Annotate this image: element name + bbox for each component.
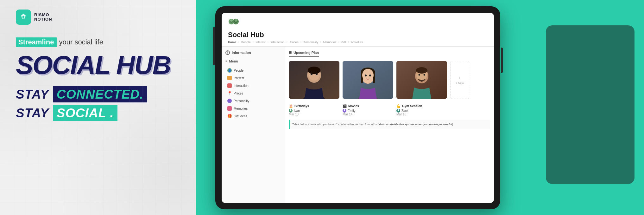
event-person-emily: Emily [343, 109, 393, 113]
menu-item-people[interactable]: 👤 People [225, 67, 281, 74]
movies-label: 🎬 Movies [343, 104, 393, 108]
info-header-text: Information [232, 51, 251, 55]
main-content-area: ⊞ Upcoming Plan [285, 47, 494, 203]
emily-avatar [343, 109, 346, 113]
gift-icon: 🎁 [227, 114, 232, 118]
zack-name: Zack [401, 109, 408, 113]
menu-items-list: 👤 People Interest Interaction [225, 67, 281, 120]
svg-point-26 [416, 67, 427, 74]
birthday-icon: 🎂 [289, 104, 293, 108]
info-note-italic: (You can delete this quotes when you no … [377, 123, 453, 126]
person-card-zack[interactable] [396, 61, 447, 99]
svg-point-12 [316, 73, 318, 75]
interaction-icon [227, 83, 232, 88]
svg-point-4 [230, 19, 233, 22]
gym-text: Gym Session [402, 104, 422, 108]
bc-interest[interactable]: Interest [256, 40, 266, 44]
birthdays-label: 🎂 Birthdays [289, 104, 339, 108]
menu-interaction-label: Interaction [234, 84, 249, 88]
notion-body: i Information ≡ Menu 👤 People [222, 47, 494, 203]
ivan-date: Mar 13 [289, 113, 339, 116]
info-panel: i Information ≡ Menu 👤 People [222, 47, 285, 203]
bc-interaction[interactable]: Interaction [270, 40, 284, 44]
emily-name: Emily [348, 109, 355, 113]
upcoming-grid-icon: ⊞ [289, 50, 292, 55]
menu-item-places[interactable]: 📍 Places [225, 90, 281, 97]
svg-point-20 [365, 75, 367, 76]
ivan-avatar [289, 109, 293, 113]
logo-text: RISMO NOTION [34, 13, 52, 22]
svg-point-11 [311, 73, 313, 75]
menu-interest-label: Interest [234, 76, 244, 80]
new-card-button[interactable]: + + New [450, 61, 469, 99]
menu-item-interest[interactable]: Interest [225, 75, 281, 81]
movies-text: Movies [348, 104, 359, 108]
deco-card [546, 25, 635, 184]
logo-name-line2: NOTION [34, 17, 52, 22]
main-title: SOCIAL HUB [16, 53, 180, 77]
menu-label: ≡ Menu [225, 58, 281, 64]
zack-avatar [396, 109, 400, 113]
svg-point-29 [290, 109, 292, 111]
menu-item-memories[interactable]: Memories [225, 105, 281, 112]
bc-personality[interactable]: Personality [303, 40, 318, 44]
social-highlight: SOCIAL . [53, 105, 118, 121]
logo-area: RISMO NOTION [16, 10, 180, 25]
info-icon: i [225, 50, 230, 55]
info-note-text: Table below shows who you haven't contac… [292, 123, 377, 126]
right-panel: Social Hub Home • People • Interest • In… [196, 0, 644, 215]
menu-item-interaction[interactable]: Interaction [225, 82, 281, 89]
stay-social-line: STAY SOCIAL . [16, 105, 180, 121]
event-person-ivan: Ivan [289, 109, 339, 113]
person-cards-row: + + New [289, 61, 490, 99]
gym-icon: 💪 [396, 104, 401, 108]
logo-name-line1: RISMO [34, 13, 52, 17]
birthdays-text: Birthdays [294, 104, 309, 108]
menu-people-label: People [234, 69, 243, 72]
bc-places[interactable]: Places [289, 40, 299, 44]
bc-home: Home [228, 40, 236, 44]
bc-activities[interactable]: Activities [351, 40, 363, 44]
menu-item-personality[interactable]: Personality [225, 97, 281, 104]
menu-places-label: Places [234, 92, 243, 95]
bc-people[interactable]: People [241, 40, 251, 44]
menu-memories-label: Memories [234, 107, 248, 110]
svg-point-10 [308, 67, 320, 74]
menu-personality-label: Personality [234, 99, 249, 103]
left-panel: RISMO NOTION Streamline your social life… [0, 0, 196, 215]
bc-gift[interactable]: Gift [341, 40, 346, 44]
notion-page-icon [228, 18, 488, 29]
event-person-zack: Zack [396, 109, 447, 113]
svg-point-21 [369, 75, 371, 76]
movies-icon: 🎬 [343, 104, 347, 108]
interest-icon [227, 76, 232, 80]
tagline-line: Streamline your social life [16, 37, 180, 47]
menu-item-gift[interactable]: 🎁 Gift Ideas [225, 113, 281, 120]
upcoming-plan-tab[interactable]: ⊞ Upcoming Plan [289, 50, 319, 57]
info-header: i Information [225, 50, 281, 55]
event-gym: 💪 Gym Session Zack Mar 16 [396, 103, 447, 117]
stay-connected-section: STAY CONNECTED. STAY SOCIAL . [16, 86, 180, 124]
notion-header: Social Hub Home • People • Interest • In… [222, 13, 494, 47]
bc-memories[interactable]: Memories [323, 40, 337, 44]
stay-connected-line: STAY CONNECTED. [16, 86, 180, 102]
svg-point-27 [419, 74, 420, 76]
gym-label: 💪 Gym Session [396, 104, 447, 108]
svg-point-30 [344, 109, 345, 111]
menu-text: Menu [229, 59, 238, 63]
ivan-name: Ivan [294, 109, 300, 113]
svg-point-5 [235, 19, 237, 22]
memories-icon [227, 106, 232, 111]
places-icon: 📍 [227, 91, 232, 95]
notion-breadcrumb: Home • People • Interest • Interaction •… [228, 40, 488, 44]
tablet-screen: Social Hub Home • People • Interest • In… [222, 13, 494, 203]
person-card-ivan[interactable] [289, 61, 339, 99]
emily-date: Mar 14 [343, 113, 393, 116]
people-icon: 👤 [227, 68, 232, 73]
new-label: + New [456, 81, 464, 85]
zack-date: Mar 16 [396, 113, 447, 116]
menu-gift-label: Gift Ideas [234, 114, 247, 118]
event-movies: 🎬 Movies Emily Mar 14 [343, 103, 393, 117]
plus-icon: + [458, 75, 461, 80]
person-card-emily[interactable] [343, 61, 393, 99]
